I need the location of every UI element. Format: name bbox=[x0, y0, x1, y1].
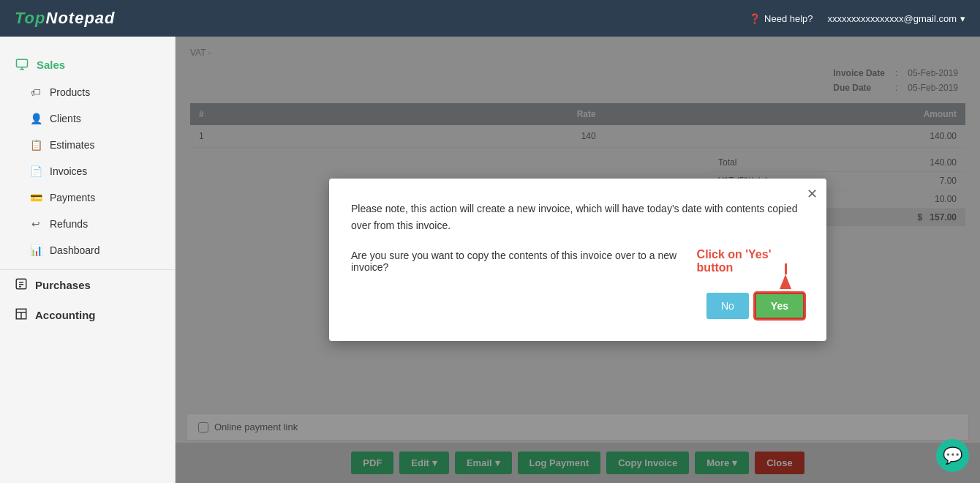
modal-close-button[interactable]: ✕ bbox=[807, 187, 818, 201]
sidebar-purchases-header[interactable]: Purchases bbox=[0, 269, 175, 300]
clients-icon: 👤 bbox=[29, 112, 42, 125]
sidebar-item-estimates[interactable]: 📋 Estimates bbox=[0, 132, 175, 158]
chevron-down-icon: ▾ bbox=[960, 13, 965, 24]
chat-icon: 💬 bbox=[943, 446, 962, 465]
user-email-dropdown[interactable]: xxxxxxxxxxxxxxxx@gmail.com ▾ bbox=[828, 13, 965, 24]
accounting-icon bbox=[15, 307, 28, 323]
sidebar-sales-header[interactable]: Sales bbox=[0, 50, 175, 79]
modal-no-button[interactable]: No bbox=[706, 293, 749, 319]
invoices-icon: 📄 bbox=[29, 165, 42, 178]
sidebar-payments-label: Payments bbox=[50, 192, 95, 203]
arrow-line bbox=[785, 263, 787, 274]
sidebar-accounting-label: Accounting bbox=[35, 309, 96, 321]
dashboard-icon: 📊 bbox=[29, 244, 42, 257]
sidebar-sales-label: Sales bbox=[37, 59, 65, 71]
modal-yes-button[interactable]: Yes bbox=[755, 293, 804, 319]
help-icon: ❓ bbox=[749, 13, 761, 24]
purchases-icon bbox=[15, 277, 28, 293]
sidebar-item-products[interactable]: 🏷 Products bbox=[0, 79, 175, 105]
svg-rect-0 bbox=[17, 59, 28, 67]
modal-text1: Please note, this action will create a n… bbox=[351, 201, 804, 233]
content-area: VAT - Invoice Date:05-Feb-2019 Due Date:… bbox=[176, 37, 980, 483]
refunds-icon: ↩ bbox=[29, 217, 42, 231]
copy-invoice-modal: ✕ Please note, this action will create a… bbox=[329, 179, 826, 341]
chat-support-button[interactable]: 💬 bbox=[936, 439, 969, 472]
arrow-indicator bbox=[780, 263, 791, 291]
sidebar-item-refunds[interactable]: ↩ Refunds bbox=[0, 211, 175, 237]
modal-buttons: No Yes bbox=[351, 293, 804, 319]
sidebar: Sales 🏷 Products 👤 Clients 📋 Estimates 📄… bbox=[0, 37, 176, 483]
arrow-up-icon bbox=[780, 274, 791, 289]
app-header: TopNotepad ❓ Need help? xxxxxxxxxxxxxxxx… bbox=[0, 0, 980, 37]
user-email-text: xxxxxxxxxxxxxxxx@gmail.com bbox=[828, 13, 957, 24]
sidebar-clients-label: Clients bbox=[50, 113, 81, 124]
main-layout: Sales 🏷 Products 👤 Clients 📋 Estimates 📄… bbox=[0, 37, 980, 483]
app-logo: TopNotepad bbox=[15, 9, 116, 28]
estimates-icon: 📋 bbox=[29, 138, 42, 151]
modal-question-text: Are you sure you want to copy the conten… bbox=[351, 250, 697, 273]
sidebar-invoices-label: Invoices bbox=[50, 165, 87, 177]
sidebar-refunds-label: Refunds bbox=[50, 218, 88, 230]
help-link[interactable]: ❓ Need help? bbox=[749, 13, 813, 24]
sidebar-item-clients[interactable]: 👤 Clients bbox=[0, 105, 175, 132]
sidebar-item-invoices[interactable]: 📄 Invoices bbox=[0, 158, 175, 184]
sidebar-sales-section: Sales 🏷 Products 👤 Clients 📋 Estimates 📄… bbox=[0, 44, 175, 269]
sidebar-item-dashboard[interactable]: 📊 Dashboard bbox=[0, 237, 175, 263]
products-icon: 🏷 bbox=[29, 86, 42, 99]
sidebar-purchases-label: Purchases bbox=[35, 279, 91, 291]
sidebar-item-payments[interactable]: 💳 Payments bbox=[0, 184, 175, 211]
sidebar-dashboard-label: Dashboard bbox=[50, 244, 100, 256]
modal-overlay: ✕ Please note, this action will create a… bbox=[176, 37, 980, 483]
header-right: ❓ Need help? xxxxxxxxxxxxxxxx@gmail.com … bbox=[749, 13, 965, 24]
sidebar-estimates-label: Estimates bbox=[50, 139, 94, 151]
help-text: Need help? bbox=[764, 13, 813, 24]
sidebar-accounting-header[interactable]: Accounting bbox=[0, 300, 175, 330]
payments-icon: 💳 bbox=[29, 191, 42, 204]
sales-icon bbox=[15, 57, 29, 72]
sidebar-products-label: Products bbox=[50, 86, 90, 98]
modal-question-row: Are you sure you want to copy the conten… bbox=[351, 248, 804, 274]
